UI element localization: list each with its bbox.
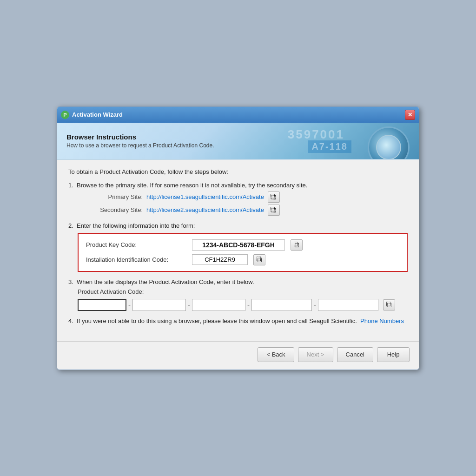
next-button[interactable]: Next >	[298, 347, 333, 362]
installation-id-row: Installation Identification Code: CF1H2Z…	[86, 254, 399, 265]
back-button[interactable]: < Back	[258, 347, 294, 362]
header-banner: 3597001 A7-118 Browser Instructions How …	[57, 123, 419, 160]
pac-input-3[interactable]	[192, 299, 245, 311]
pac-input-1[interactable]	[78, 299, 126, 311]
pac-input-2[interactable]	[132, 299, 186, 311]
bg-numbers: 3597001	[288, 127, 344, 142]
secondary-site-link[interactable]: http://license2.seagullscientific.com/Ac…	[146, 206, 264, 213]
title-bar: P Activation Wizard ✕	[57, 107, 419, 123]
pac-input-4[interactable]	[251, 299, 312, 311]
secondary-site-label: Secondary Site:	[96, 206, 143, 213]
close-button[interactable]: ✕	[405, 110, 415, 120]
dial-inner	[376, 135, 401, 160]
intro-text: To obtain a Product Activation Code, fol…	[68, 168, 408, 175]
pac-input-5[interactable]	[318, 299, 378, 311]
step-4-text: 4. If you were not able to do this using…	[68, 317, 408, 324]
installation-id-label: Installation Identification Code:	[86, 256, 188, 263]
footer: < Back Next > Cancel Help	[57, 341, 419, 370]
copy-installation-id-button[interactable]: ⿻	[253, 254, 265, 265]
copy-primary-url-button[interactable]: ⿻	[268, 192, 280, 203]
primary-site-row: Primary Site: http://license1.seagullsci…	[96, 192, 408, 203]
paste-pac-button[interactable]: ⿻	[383, 299, 395, 311]
copy-secondary-url-button[interactable]: ⿻	[268, 205, 280, 216]
header-text: Browser Instructions How to use a browse…	[66, 133, 214, 149]
activation-wizard-window: P Activation Wizard ✕ 3597001 A7-118 Bro…	[57, 106, 419, 370]
title-bar-left: P Activation Wizard	[61, 111, 123, 119]
pac-dash-2: -	[188, 301, 190, 309]
app-icon: P	[61, 111, 69, 119]
step-2-text: 2. Enter the following information into …	[68, 222, 408, 229]
step-4: 4. If you were not able to do this using…	[68, 317, 408, 324]
primary-site-link[interactable]: http://license1.seagullscientific.com/Ac…	[146, 193, 264, 200]
window-title: Activation Wizard	[72, 111, 123, 118]
pac-dash-3: -	[247, 301, 250, 309]
pac-label: Product Activation Code:	[78, 288, 408, 295]
bg-code: A7-118	[308, 140, 351, 153]
header-title: Browser Instructions	[66, 133, 214, 141]
step-2: 2. Enter the following information into …	[68, 222, 408, 272]
pac-dash-1: -	[128, 301, 131, 309]
phone-numbers-link[interactable]: Phone Numbers	[360, 317, 404, 324]
step-1: 1. Browse to the primary site. If for so…	[68, 182, 408, 216]
help-button[interactable]: Help	[377, 347, 410, 362]
copy-product-key-button[interactable]: ⿻	[291, 239, 303, 251]
secondary-site-row: Secondary Site: http://license2.seagulls…	[96, 205, 408, 216]
product-key-row: Product Key Code: 1234-ABCD-5678-EFGH ⿻	[86, 239, 399, 251]
primary-site-label: Primary Site:	[96, 193, 143, 200]
cancel-button[interactable]: Cancel	[337, 347, 373, 362]
product-key-label: Product Key Code:	[86, 241, 188, 248]
header-subtitle: How to use a browser to request a Produc…	[66, 142, 214, 149]
step-3: 3. When the site displays the Product Ac…	[68, 278, 408, 311]
main-content: To obtain a Product Activation Code, fol…	[57, 160, 419, 341]
product-key-value: 1234-ABCD-5678-EFGH	[192, 239, 285, 251]
pac-inputs: - - - - ⿻	[78, 299, 408, 311]
step-3-text: 3. When the site displays the Product Ac…	[68, 278, 408, 285]
installation-id-value: CF1H2ZR9	[192, 254, 248, 265]
info-box: Product Key Code: 1234-ABCD-5678-EFGH ⿻ …	[78, 233, 408, 272]
step-1-text: 1. Browse to the primary site. If for so…	[68, 182, 408, 189]
pac-dash-4: -	[314, 301, 316, 309]
